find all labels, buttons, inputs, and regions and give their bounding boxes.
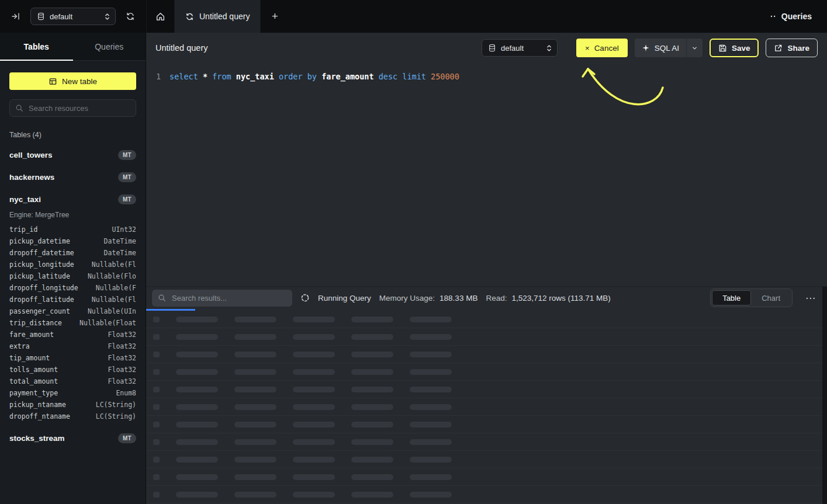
skeleton-cell — [176, 439, 218, 445]
column-row: trip_idUInt32 — [9, 224, 136, 235]
resource-search-input[interactable] — [27, 103, 130, 113]
skeleton-cell — [176, 352, 218, 357]
skeleton-cell — [176, 369, 218, 375]
refresh-icon[interactable] — [123, 9, 138, 24]
skeleton-cell — [351, 492, 393, 498]
sidebar-tab-queries[interactable]: Queries — [73, 33, 146, 60]
sidebar-tab-tables[interactable]: Tables — [0, 33, 73, 60]
share-button[interactable]: Share — [766, 39, 818, 57]
column-row: tip_amountFloat32 — [9, 352, 136, 364]
table-item[interactable]: cell_towersMT — [9, 148, 136, 161]
cancel-label: Cancel — [594, 44, 619, 53]
column-type: Float32 — [108, 354, 136, 362]
column-row: pickup_latitudeNullable(Flo — [9, 270, 136, 282]
queries-nav-button[interactable]: Queries — [769, 7, 812, 26]
chevron-up-down-icon — [105, 13, 110, 20]
column-type: DateTime — [104, 237, 136, 245]
results-toolbar: Running Query Memory Usage: 188.33 MB Re… — [146, 287, 827, 309]
tables-list: cell_towersMThackernewsMTnyc_taxiMTEngin… — [9, 148, 136, 444]
table-view-button[interactable]: Table — [712, 290, 751, 305]
sql-ai-button[interactable]: SQL AI — [635, 39, 703, 57]
column-row: extraFloat32 — [9, 340, 136, 352]
column-name: trip_id — [9, 225, 37, 234]
skeleton-row — [146, 381, 822, 398]
new-table-label: New table — [62, 77, 97, 86]
skeleton-row — [146, 468, 822, 486]
skeleton-cell — [410, 317, 452, 322]
column-list: trip_idUInt32pickup_datetimeDateTimedrop… — [9, 224, 136, 422]
search-icon — [158, 294, 166, 302]
results-search-input[interactable] — [171, 293, 286, 303]
sql-ai-main[interactable]: SQL AI — [635, 39, 686, 57]
share-icon — [774, 44, 783, 53]
cancel-query-button[interactable]: × Cancel — [576, 39, 628, 57]
skeleton-cell — [234, 334, 276, 340]
read-value: 1,523,712 rows (113.71 MB) — [511, 294, 610, 303]
skeleton-row — [146, 416, 822, 433]
save-button[interactable]: Save — [710, 39, 759, 57]
table-item[interactable]: hackernewsMT — [9, 171, 136, 183]
view-toggle: Table Chart — [710, 289, 793, 307]
column-type: LC(String) — [96, 412, 136, 420]
skeleton-cell — [153, 474, 160, 480]
skeleton-cell — [153, 317, 160, 322]
sql-token: order by — [279, 72, 321, 81]
skeleton-cell — [153, 334, 160, 340]
new-table-button[interactable]: New table — [9, 72, 136, 90]
column-name: total_amount — [9, 377, 58, 385]
skeleton-row — [146, 311, 822, 328]
collapse-sidebar-icon[interactable] — [8, 9, 23, 24]
column-name: dropoff_ntaname — [9, 412, 70, 420]
sql-editor[interactable]: 1 select * from nyc_taxi order by fare_a… — [146, 63, 827, 286]
skeleton-cell — [176, 474, 218, 480]
sql-token: 250000 — [431, 72, 459, 81]
engine-badge: MT — [118, 194, 136, 204]
sql-token: fare_amount — [321, 72, 379, 81]
resource-search[interactable] — [9, 99, 136, 117]
sql-token: * — [203, 72, 212, 81]
sql-ai-label: SQL AI — [655, 44, 679, 53]
table-name: nyc_taxi — [9, 195, 41, 204]
column-name: dropoff_latitude — [9, 296, 74, 304]
chevron-down-icon[interactable] — [687, 39, 703, 57]
loading-spinner-icon — [300, 293, 310, 303]
database-selector-value: default — [50, 12, 101, 21]
results-search[interactable] — [152, 290, 292, 307]
query-database-selector[interactable]: default — [482, 39, 558, 57]
column-row: dropoff_ntanameLC(String) — [9, 411, 136, 422]
database-selector[interactable]: default — [30, 8, 116, 25]
skeleton-cell — [410, 334, 452, 340]
column-row: dropoff_longitudeNullable(F — [9, 282, 136, 294]
scrollbar-track[interactable] — [822, 287, 827, 504]
table-item[interactable]: nyc_taxiMT — [9, 193, 136, 206]
sql-token: desc limit — [379, 72, 431, 81]
skeleton-cell — [234, 474, 276, 480]
skeleton-cell — [293, 387, 335, 392]
skeleton-cell — [234, 369, 276, 375]
column-type: Nullable(Fl — [92, 296, 136, 304]
chart-view-button[interactable]: Chart — [751, 290, 791, 305]
skeleton-cell — [234, 457, 276, 463]
new-tab-button[interactable]: + — [261, 0, 289, 33]
column-type: Float32 — [108, 331, 136, 339]
skeleton-cell — [234, 404, 276, 410]
skeleton-cell — [293, 457, 335, 463]
skeleton-cell — [351, 457, 393, 463]
engine-label: Engine: MergeTree — [9, 211, 136, 219]
home-tab[interactable] — [146, 0, 174, 33]
tables-section-label: Tables (4) — [9, 131, 136, 139]
engine-badge: MT — [118, 150, 136, 160]
sidebar-tabs: Tables Queries — [0, 33, 146, 61]
query-tab-active[interactable]: Untitled query — [174, 0, 261, 33]
skeleton-cell — [351, 439, 393, 445]
table-name: cell_towers — [9, 151, 53, 159]
skeleton-cell — [234, 492, 276, 498]
column-type: Nullable(Float — [79, 319, 136, 327]
sidebar-body: New table Tables (4) cell_towersMThacker… — [0, 61, 146, 504]
table-item[interactable]: stocks_streamMT — [9, 432, 136, 444]
column-name: pickup_ntaname — [9, 401, 66, 409]
skeleton-cell — [351, 352, 393, 357]
more-options-icon[interactable]: ⋯ — [805, 293, 815, 303]
save-icon — [718, 44, 727, 53]
skeleton-cell — [410, 439, 452, 445]
